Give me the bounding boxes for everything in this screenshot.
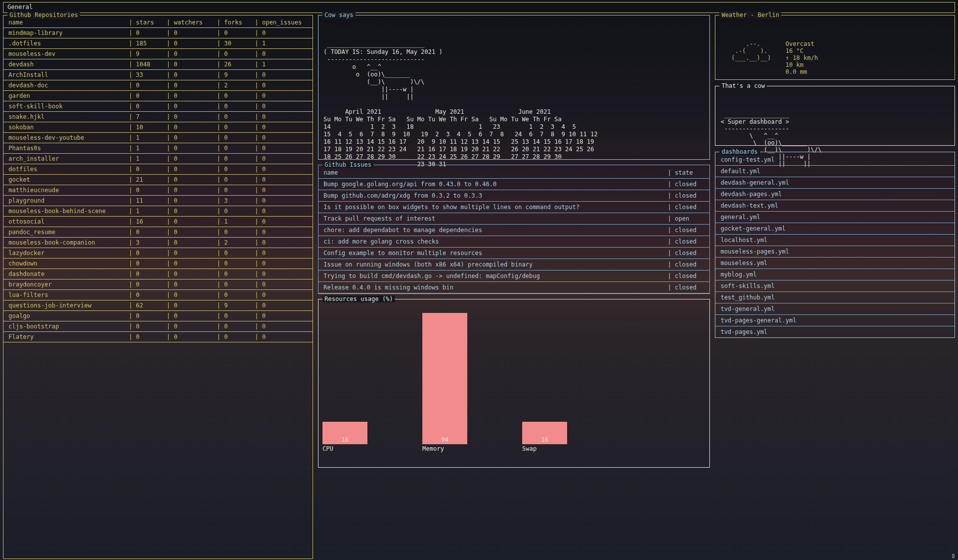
scroll-indicator: ▯ bbox=[952, 552, 955, 559]
table-row[interactable]: mouseless-dev9000 bbox=[3, 49, 313, 59]
bar-value: 16 bbox=[322, 436, 367, 444]
list-item[interactable]: config-test.yml bbox=[715, 154, 955, 166]
repo-col-forks: forks bbox=[212, 17, 250, 28]
table-row[interactable]: matthieucneude0000 bbox=[3, 185, 313, 196]
table-row[interactable]: Flatery0000 bbox=[3, 332, 313, 342]
cow-text: ___________________________ ( TODAY IS: … bbox=[323, 41, 704, 168]
panel-title: dashboards bbox=[719, 148, 759, 155]
table-row[interactable]: sokoban10000 bbox=[3, 122, 313, 133]
list-item[interactable]: devdash-general.yml bbox=[715, 177, 955, 189]
list-item[interactable]: default.yml bbox=[715, 166, 955, 177]
bar-label: Memory bbox=[422, 445, 444, 452]
table-row[interactable]: Config example to monitor multiple resou… bbox=[319, 248, 709, 259]
table-row[interactable]: devdash-doc0020 bbox=[3, 80, 313, 91]
list-item[interactable]: mouseless-pages.yml bbox=[715, 246, 955, 258]
repo-col-stars: stars bbox=[124, 17, 162, 28]
repo-col-open_issues: open_issues bbox=[250, 17, 313, 28]
list-item[interactable]: general.yml bbox=[715, 212, 955, 223]
table-row[interactable]: Track pull requests of interestopen bbox=[319, 213, 709, 225]
table-row[interactable]: lua-filters0000 bbox=[3, 290, 313, 300]
panel-title: Weather - Berlin bbox=[719, 11, 781, 18]
list-item[interactable]: myblog.yml bbox=[715, 269, 955, 280]
table-row[interactable]: mouseless-book-companion3020 bbox=[3, 238, 313, 248]
table-row[interactable]: playground11030 bbox=[3, 196, 313, 206]
panel-title: Resources usage (%) bbox=[322, 295, 395, 302]
table-row[interactable]: goalgo0000 bbox=[3, 311, 313, 321]
list-item[interactable]: gocket-general.yml bbox=[715, 223, 955, 235]
table-row[interactable]: chowdown0000 bbox=[3, 259, 313, 269]
list-item[interactable]: tvd-pages-general.yml bbox=[715, 315, 955, 326]
tab-general[interactable]: General bbox=[3, 2, 37, 11]
panel-title: Cow says bbox=[322, 11, 355, 19]
table-row[interactable]: Bump github.com/adrg/xdg from 0.3.2 to 0… bbox=[319, 190, 709, 202]
table-row[interactable]: dashdonate0000 bbox=[3, 269, 313, 280]
bar: 94 bbox=[422, 313, 467, 444]
dashboards-panel: dashboards config-test.ymldefault.ymldev… bbox=[715, 152, 955, 338]
list-item[interactable]: soft-skills.yml bbox=[715, 280, 955, 292]
bar: 16 bbox=[522, 422, 567, 444]
table-row[interactable]: garden0000 bbox=[3, 91, 313, 101]
table-row[interactable]: ci: add more golang cross checksclosed bbox=[319, 236, 709, 248]
table-row[interactable]: lazydocker0000 bbox=[3, 248, 313, 259]
bar-memory: 94Memory bbox=[420, 313, 520, 452]
weather-body: .--. Overcast .-( ). 16 °C (___.__)__) ↑… bbox=[720, 40, 950, 75]
thats-a-cow-panel: That's a cow __________________ < Super … bbox=[715, 86, 955, 146]
table-row[interactable]: devdash10480261 bbox=[3, 59, 313, 70]
table-row[interactable]: pandoc_resume0000 bbox=[3, 227, 313, 238]
table-row[interactable]: Bump google.golang.org/api from 0.43.0 t… bbox=[319, 179, 709, 190]
table-row[interactable]: questions-job-interview62090 bbox=[3, 300, 313, 311]
bar-swap: 16Swap bbox=[520, 422, 620, 452]
github-repositories-panel: Github Repositories namestarswatchersfor… bbox=[3, 15, 313, 559]
table-row[interactable]: braydoncoyer0000 bbox=[3, 280, 313, 290]
bar-label: Swap bbox=[522, 445, 537, 452]
table-row[interactable]: snake.hjkl7000 bbox=[3, 112, 313, 122]
table-row[interactable]: soft-skill-book0000 bbox=[3, 101, 313, 112]
table-row[interactable]: ottosocial16010 bbox=[3, 217, 313, 227]
panel-title: Github Repositories bbox=[7, 11, 80, 18]
list-item[interactable]: test_github.yml bbox=[715, 292, 955, 303]
table-row[interactable]: mouseless-dev-youtube1000 bbox=[3, 133, 313, 143]
resources-usage-panel: Resources usage (%) 16CPU94Memory16Swap bbox=[318, 299, 710, 468]
table-row[interactable]: cljs-bootstrap0000 bbox=[3, 321, 313, 332]
table-row[interactable]: ArchInstall33090 bbox=[3, 70, 313, 80]
list-item[interactable]: devdash-text.yml bbox=[715, 200, 955, 212]
table-row[interactable]: Release 0.4.0 is missing windows binclos… bbox=[319, 282, 709, 293]
table-row[interactable]: chore: add dependabot to manage dependen… bbox=[319, 225, 709, 236]
issue-col-state: state bbox=[662, 167, 709, 179]
cow-says-panel: Cow says ___________________________ ( T… bbox=[318, 15, 710, 160]
repo-col-name: name bbox=[3, 17, 124, 28]
panel-title: That's a cow bbox=[719, 82, 767, 89]
table-row[interactable]: dotfiles0000 bbox=[3, 164, 313, 175]
panel-title: Github Issues bbox=[322, 161, 373, 168]
table-row[interactable]: Phantas0s1000 bbox=[3, 143, 313, 154]
repo-col-watchers: watchers bbox=[162, 17, 212, 28]
table-row[interactable]: Trying to build cmd/devdash.go -> undefi… bbox=[319, 271, 709, 282]
table-row[interactable]: Is it possible on box widgets to show mu… bbox=[319, 202, 709, 213]
list-item[interactable]: localhost.yml bbox=[715, 235, 955, 246]
table-row[interactable]: .dotfiles1850301 bbox=[3, 38, 313, 49]
table-row[interactable]: mouseless-book-behind-scene1000 bbox=[3, 206, 313, 217]
issue-col-name: name bbox=[319, 167, 662, 179]
table-row[interactable]: arch_installer1000 bbox=[3, 154, 313, 164]
bar-cpu: 16CPU bbox=[320, 422, 420, 452]
table-row[interactable]: Issue on running windows (both x86 x64) … bbox=[319, 259, 709, 271]
github-issues-panel: Github Issues namestate Bump google.gola… bbox=[318, 165, 710, 294]
header-bar: General bbox=[3, 2, 955, 13]
table-row[interactable]: mindmap-library0000 bbox=[3, 28, 313, 38]
list-item[interactable]: mouseless.yml bbox=[715, 258, 955, 269]
table-row[interactable]: gocket21000 bbox=[3, 175, 313, 185]
bar: 16 bbox=[322, 422, 367, 444]
list-item[interactable]: devdash-pages.yml bbox=[715, 189, 955, 200]
list-item[interactable]: tvd-general.yml bbox=[715, 303, 955, 315]
bar-label: CPU bbox=[322, 445, 333, 452]
bar-value: 16 bbox=[522, 436, 567, 444]
bar-value: 94 bbox=[422, 436, 467, 444]
weather-panel: Weather - Berlin .--. Overcast .-( ). 16… bbox=[715, 15, 955, 80]
list-item[interactable]: tvd-pages.yml bbox=[715, 326, 955, 337]
